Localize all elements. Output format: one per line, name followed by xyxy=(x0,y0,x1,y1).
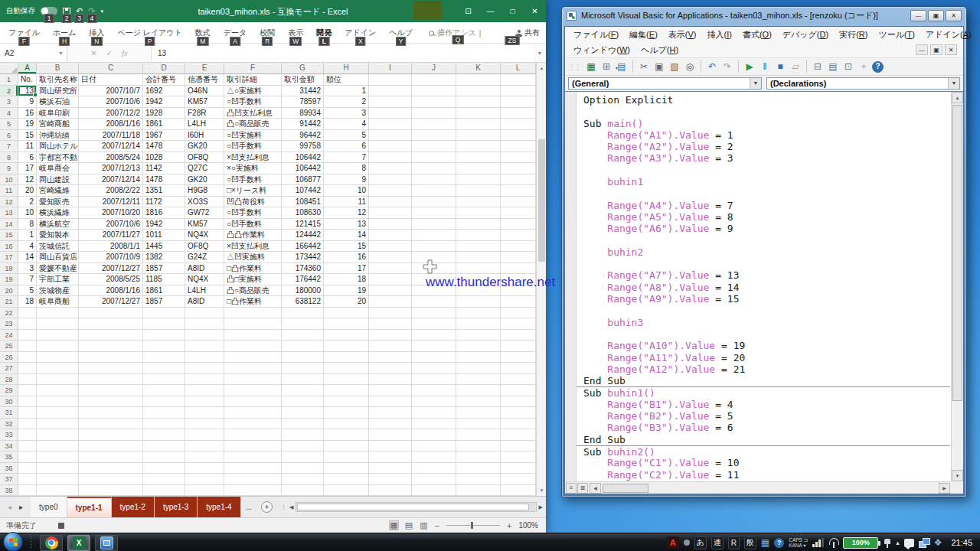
tray-expand-icon[interactable]: ▴ xyxy=(896,539,900,546)
cell-D6[interactable]: 1967 xyxy=(143,130,185,142)
cell-B16[interactable]: 茨城信託 xyxy=(37,241,79,253)
vba-menu-R[interactable]: 実行(R) xyxy=(834,29,873,41)
vba-close-button[interactable]: ✕ xyxy=(946,10,962,21)
row-header-24[interactable]: 24 xyxy=(0,330,18,341)
cell-D19[interactable]: 1185 xyxy=(143,274,185,285)
cell-L32[interactable] xyxy=(501,419,536,430)
cell-E9[interactable]: Q27C xyxy=(185,163,224,174)
cell-H6[interactable]: 5 xyxy=(324,130,369,142)
project-explorer-icon[interactable]: ⊟ xyxy=(811,60,825,73)
cell-G22[interactable] xyxy=(282,308,324,319)
cell-B10[interactable]: 岡山建設 xyxy=(37,174,79,186)
signal-bars-icon[interactable] xyxy=(812,538,824,547)
cell-J7[interactable] xyxy=(412,141,456,152)
cell-B19[interactable]: 宇部工業 xyxy=(37,274,79,285)
cell-E15[interactable]: NQ4X xyxy=(185,230,224,241)
cell-H4[interactable]: 3 xyxy=(324,108,369,119)
cell-E17[interactable]: G24Z xyxy=(185,252,224,263)
cell-G16[interactable]: 166442 xyxy=(282,241,324,253)
cell-L31[interactable] xyxy=(501,407,536,419)
scroll-left-icon[interactable]: ◀ xyxy=(289,504,293,510)
scroll-right-icon[interactable]: ▶ xyxy=(539,504,543,510)
cell-C36[interactable] xyxy=(79,463,143,474)
cell-D27[interactable] xyxy=(143,363,185,374)
cell-A37[interactable] xyxy=(18,474,37,485)
cell-H10[interactable]: 9 xyxy=(324,174,369,186)
view-page-layout-icon[interactable]: ▤ xyxy=(405,521,413,530)
cell-K38[interactable] xyxy=(456,485,501,497)
cell-H31[interactable] xyxy=(324,407,369,419)
cell-G14[interactable]: 121415 xyxy=(282,219,324,230)
cell-A18[interactable]: 3 xyxy=(18,263,37,275)
cell-E3[interactable]: KM57 xyxy=(185,96,224,108)
cell-C38[interactable] xyxy=(79,485,143,497)
cell-D2[interactable]: 1692 xyxy=(143,86,185,97)
cell-F35[interactable] xyxy=(224,452,282,463)
cell-G2[interactable]: 31442 xyxy=(282,86,324,97)
cell-B36[interactable] xyxy=(37,463,79,474)
cell-K37[interactable] xyxy=(456,474,501,485)
cell-A35[interactable] xyxy=(18,452,37,463)
cell-D1[interactable]: 会計番号 xyxy=(143,74,185,86)
cell-F5[interactable]: 凸○商品販売 xyxy=(224,119,282,130)
cell-D12[interactable]: 1172 xyxy=(143,197,185,208)
row-header-4[interactable]: 4 xyxy=(0,108,18,119)
cell-H1[interactable]: 順位 xyxy=(324,74,369,86)
cell-H9[interactable]: 8 xyxy=(324,163,369,174)
cell-C17[interactable]: 2007/10/9 xyxy=(79,252,143,263)
cell-C2[interactable]: 2007/10/7 xyxy=(79,86,143,97)
cell-G37[interactable] xyxy=(282,474,324,485)
cell-L10[interactable] xyxy=(501,174,536,186)
cell-L21[interactable] xyxy=(501,296,536,308)
cell-L26[interactable] xyxy=(501,352,536,364)
cell-A19[interactable]: 7 xyxy=(18,274,37,285)
cell-K28[interactable] xyxy=(456,374,501,386)
cell-B4[interactable]: 岐阜印刷 xyxy=(37,108,79,119)
vba-menu-F[interactable]: ファイル(F) xyxy=(568,29,624,41)
cell-I7[interactable] xyxy=(369,141,412,152)
cell-H33[interactable] xyxy=(324,429,369,441)
cell-I34[interactable] xyxy=(369,441,412,452)
cell-J3[interactable] xyxy=(412,96,456,108)
row-header-34[interactable]: 34 xyxy=(0,441,18,452)
vba-menu-E[interactable]: 編集(E) xyxy=(624,29,663,41)
cell-D25[interactable] xyxy=(143,341,185,352)
cell-I21[interactable] xyxy=(369,296,412,308)
combobox-dropdown-icon[interactable]: ▼ xyxy=(750,78,761,89)
cell-J23[interactable] xyxy=(412,318,456,330)
cell-K11[interactable] xyxy=(456,185,501,197)
cell-H7[interactable]: 6 xyxy=(324,141,369,152)
row-header-2[interactable]: 2 xyxy=(0,86,18,97)
vba-menu-I[interactable]: 挿入(I) xyxy=(701,29,737,41)
cell-I33[interactable] xyxy=(369,429,412,441)
cell-J13[interactable] xyxy=(412,207,456,219)
cell-B37[interactable] xyxy=(37,474,79,485)
cell-I32[interactable] xyxy=(369,419,412,430)
row-header-14[interactable]: 14 xyxy=(0,219,18,230)
cell-G31[interactable] xyxy=(282,407,324,419)
code-lines[interactable]: Option Explicit Sub main() Range("A1").V… xyxy=(577,94,950,481)
cell-L11[interactable] xyxy=(501,185,536,197)
cell-K34[interactable] xyxy=(456,441,501,452)
cell-B7[interactable]: 岡山ホテル xyxy=(37,141,79,152)
cell-D34[interactable] xyxy=(143,441,185,452)
cell-J27[interactable] xyxy=(412,363,456,374)
taskbar-clock[interactable]: 21:45 xyxy=(946,538,977,547)
cell-G23[interactable] xyxy=(282,318,324,330)
cell-F13[interactable]: ○凹手数料 xyxy=(224,207,282,219)
cell-F26[interactable] xyxy=(224,352,282,364)
view-normal-icon[interactable]: ▦ xyxy=(390,521,397,530)
cell-D29[interactable] xyxy=(143,385,185,396)
cell-B32[interactable] xyxy=(37,419,79,430)
cell-K7[interactable] xyxy=(456,141,501,152)
cell-J35[interactable] xyxy=(412,452,456,463)
cell-I22[interactable] xyxy=(369,308,412,319)
cell-A10[interactable]: 12 xyxy=(18,174,37,186)
cell-K4[interactable] xyxy=(456,108,501,119)
cell-E7[interactable]: GK20 xyxy=(185,141,224,152)
cell-A33[interactable] xyxy=(18,429,37,441)
cell-F24[interactable] xyxy=(224,330,282,341)
cell-E29[interactable] xyxy=(185,385,224,396)
cell-B24[interactable] xyxy=(37,330,79,341)
cell-B27[interactable] xyxy=(37,363,79,374)
